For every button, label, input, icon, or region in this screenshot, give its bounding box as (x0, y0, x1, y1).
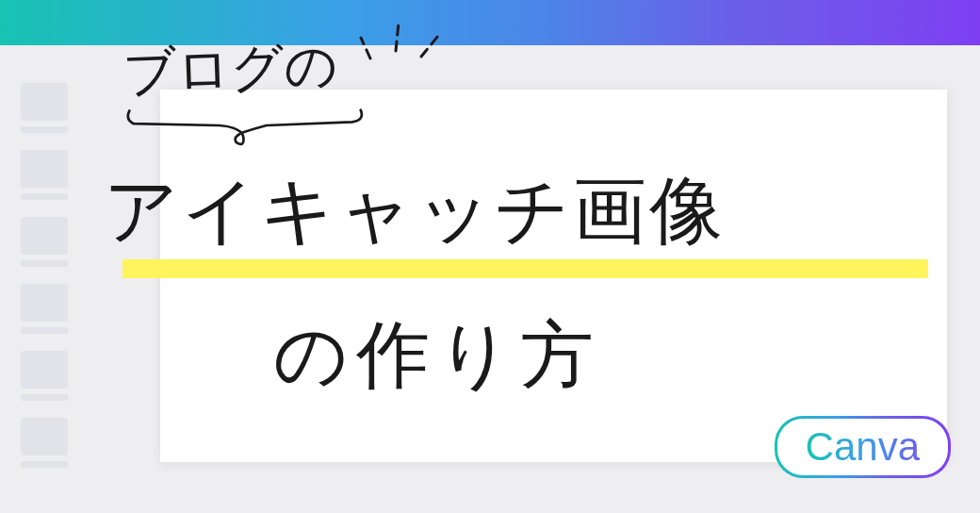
sidebar-block-icon (21, 418, 68, 455)
handwriting-top-label: ブログの (122, 30, 339, 109)
svg-line-0 (361, 38, 370, 58)
canva-badge-label: Canva (806, 424, 920, 469)
sparkle-decoration-icon (353, 2, 466, 68)
sidebar-line-icon (21, 394, 68, 401)
highlight-underline (122, 259, 928, 278)
sidebar-item (21, 351, 68, 401)
sidebar-block-icon (21, 150, 68, 188)
canva-badge: Canva (775, 416, 951, 478)
subtitle-text: の作り方 (273, 306, 601, 405)
sidebar-line-icon (21, 260, 68, 267)
sidebar-block-icon (21, 351, 68, 389)
sidebar-line-icon (21, 461, 68, 468)
main-title-text: アイキャッチ画像 (104, 162, 726, 261)
bracket-decoration-icon (104, 107, 386, 154)
sidebar-item (21, 284, 68, 334)
sidebar-placeholder (21, 83, 68, 468)
sidebar-block-icon (21, 217, 68, 255)
sidebar-line-icon (21, 126, 68, 133)
sidebar-item (21, 217, 68, 267)
sidebar-line-icon (21, 193, 68, 200)
sidebar-line-icon (21, 327, 68, 334)
svg-line-2 (421, 36, 438, 57)
sidebar-item (21, 418, 68, 468)
sidebar-block-icon (21, 284, 68, 322)
sidebar-item (21, 150, 68, 200)
sidebar-item (21, 83, 68, 133)
sidebar-block-icon (21, 83, 68, 121)
svg-line-1 (396, 23, 399, 51)
